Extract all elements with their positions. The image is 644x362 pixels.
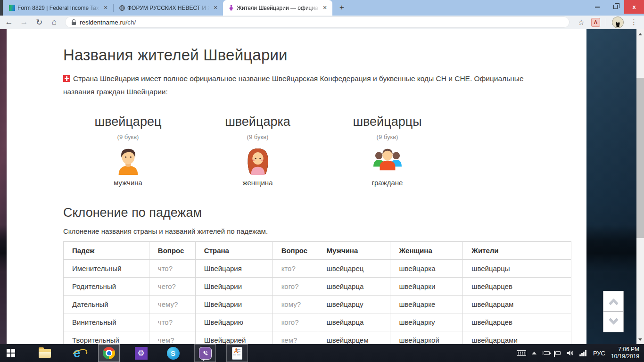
back-button[interactable]: ←: [3, 16, 15, 28]
tab-residents-switzerland[interactable]: Жители Швейцарии — официа ✕: [223, 0, 332, 16]
word-male: швейцарец: [63, 115, 193, 129]
clock-date: 10/19/2019: [611, 353, 639, 360]
word-plural: швейцарцы: [322, 115, 452, 129]
close-icon[interactable]: ✕: [321, 4, 329, 12]
table-cell: швейцарцев: [463, 313, 571, 331]
address-bar[interactable]: residentname.ru/ch/: [65, 16, 570, 28]
scroll-up-button[interactable]: [603, 291, 624, 312]
scrollbar-down-arrow[interactable]: [636, 336, 644, 343]
letter-count: (9 букв): [322, 133, 452, 140]
table-cell: Швейцарии: [195, 278, 272, 296]
gear-icon: ⚙: [135, 347, 148, 360]
word-card-male: швейцарец (9 букв) мужчина: [63, 115, 193, 187]
close-icon[interactable]: ✕: [212, 4, 219, 12]
minimize-button[interactable]: [588, 0, 606, 14]
table-row: Родительныйчего?Швейцариикого?швейцарцаш…: [64, 278, 571, 296]
bookmark-star-icon[interactable]: ☆: [574, 18, 588, 27]
restore-icon: [613, 5, 618, 9]
battery-icon[interactable]: [539, 344, 553, 362]
table-cell: швейцаркой: [390, 331, 463, 345]
browser-scrollbar[interactable]: [636, 29, 644, 344]
table-cell: чему?: [149, 296, 195, 313]
intro-paragraph: Страна Швейцария имеет полное официально…: [63, 72, 556, 99]
declension-table: ПадежВопросСтранаВопросМужчинаЖенщинаЖит…: [63, 241, 571, 344]
viber-taskbar-button[interactable]: [194, 344, 216, 362]
clock-time: 7:06 PM: [618, 346, 639, 353]
scrollbar-up-arrow[interactable]: [636, 30, 644, 38]
url-text[interactable]: residentname.ru/ch/: [80, 19, 136, 26]
system-tray: РУС 7:06 PM 10/19/2019: [514, 344, 644, 362]
table-cell: швейцарки: [390, 278, 463, 296]
skype-button[interactable]: S: [162, 344, 184, 362]
table-cell: Швейцарией: [195, 331, 272, 345]
column-header: Мужчина: [318, 242, 390, 260]
table-cell: швейцарка: [390, 260, 463, 278]
reload-button[interactable]: ↻: [33, 16, 45, 28]
tab-forum[interactable]: ФОРУМ РУССКИХ НЕВЕСТ И ЖЕ ✕: [114, 0, 223, 16]
tab-form-8829[interactable]: Form 8829 | Federal Income Tax C ✕: [4, 0, 113, 16]
table-cell: швейцарца: [318, 313, 390, 331]
table-cell: швейцарцу: [318, 296, 390, 313]
table-cell: кого?: [272, 278, 318, 296]
restore-button[interactable]: [606, 0, 624, 14]
home-button[interactable]: ⌂: [48, 16, 60, 28]
scroll-down-button[interactable]: [603, 312, 624, 332]
viber-icon: [199, 347, 212, 360]
window-frame-edge: [0, 0, 3, 16]
word-female: швейцарка: [193, 115, 322, 129]
chrome-icon: [103, 347, 115, 359]
column-header: Вопрос: [272, 242, 318, 260]
clock[interactable]: 7:06 PM 10/19/2019: [609, 346, 644, 360]
word-card-label: мужчина: [63, 179, 193, 187]
section-subtitle: Склонение названия страны и названий жит…: [63, 227, 570, 235]
table-cell: Творительный: [64, 331, 149, 345]
table-cell: чего?: [149, 278, 195, 296]
url-domain: residentname.ru: [80, 19, 126, 26]
table-cell: швейцарец: [318, 260, 390, 278]
speaker-icon[interactable]: [563, 344, 577, 362]
close-window-button[interactable]: x: [624, 0, 644, 14]
table-cell: швейцарца: [318, 278, 390, 296]
start-button[interactable]: [0, 344, 22, 362]
lock-icon[interactable]: [72, 22, 76, 25]
browser-tab-strip: Form 8829 | Federal Income Tax C ✕ ФОРУМ…: [0, 0, 644, 16]
new-tab-button[interactable]: +: [335, 1, 348, 14]
column-header: Падеж: [64, 242, 149, 260]
table-cell: кем?: [272, 331, 318, 345]
scrollbar-thumb[interactable]: [636, 78, 644, 238]
touch-keyboard-icon[interactable]: [514, 344, 529, 362]
table-cell: Винительный: [64, 313, 149, 331]
table-cell: что?: [149, 313, 195, 331]
menu-dots-icon[interactable]: ⋮: [627, 18, 641, 26]
file-explorer-button[interactable]: [34, 344, 56, 362]
windows-logo-icon: [7, 349, 15, 357]
internet-explorer-button[interactable]: e: [66, 344, 88, 362]
table-row: Винительныйчто?Швейцариюкого?швейцарцашв…: [64, 313, 571, 331]
people-icon: [373, 147, 402, 176]
word-card-label: женщина: [193, 179, 322, 187]
network-signal-icon[interactable]: [577, 344, 589, 362]
table-cell: швейцарку: [390, 313, 463, 331]
intro-text: Страна Швейцария имеет полное официально…: [63, 74, 524, 96]
flag-icon[interactable]: [553, 344, 563, 362]
chevron-down-icon: [608, 315, 618, 325]
minimize-icon: [595, 7, 600, 8]
letter-count: (9 букв): [193, 133, 322, 140]
forward-button[interactable]: →: [18, 16, 30, 28]
table-cell: кому?: [272, 296, 318, 313]
table-cell: кого?: [272, 313, 318, 331]
close-icon[interactable]: ✕: [102, 4, 109, 12]
tab-title: ФОРУМ РУССКИХ НЕВЕСТ И ЖЕ: [127, 5, 210, 11]
language-indicator[interactable]: РУС: [589, 350, 609, 357]
chrome-taskbar-button[interactable]: [98, 344, 120, 362]
profile-avatar[interactable]: [612, 16, 624, 28]
tab-title: Жители Швейцарии — официа: [237, 5, 319, 11]
chevron-up-icon: [608, 298, 618, 308]
content-card: Названия жителей Швейцарии Страна Швейца…: [7, 29, 586, 344]
wordpad-taskbar-button[interactable]: A: [226, 344, 248, 362]
hidden-icons-chevron[interactable]: [529, 344, 539, 362]
settings-button[interactable]: ⚙: [130, 344, 152, 362]
web-page: Названия жителей Швейцарии Страна Швейца…: [0, 29, 644, 344]
man-icon: [114, 147, 143, 176]
adobe-extension-icon[interactable]: Λ: [591, 18, 600, 27]
